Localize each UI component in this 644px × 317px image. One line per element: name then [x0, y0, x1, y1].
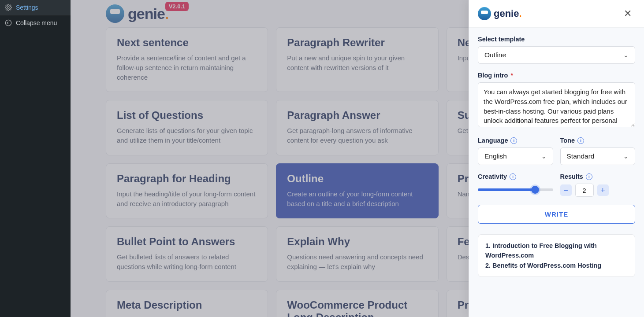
template-card[interactable]: Bullet Point to AnswersGet bulleted list… [106, 226, 268, 282]
blog-intro-textarea[interactable] [478, 82, 635, 127]
drawer-logo-text: genie. [494, 8, 522, 19]
svg-point-1 [5, 20, 11, 26]
template-card[interactable]: Paragraph for HeadingInput the heading/t… [106, 163, 268, 219]
tone-select[interactable]: Standard ⌄ [560, 147, 636, 165]
template-drawer: genie. ✕ Select template Outline ⌄ Blog … [469, 0, 644, 317]
language-select-value: English [484, 152, 507, 160]
robot-head-icon [478, 7, 491, 20]
collapse-icon [4, 19, 12, 27]
card-title: WooCommerce Product Long Description [287, 299, 427, 317]
write-button[interactable]: WRITE [478, 205, 635, 224]
template-card[interactable]: Next sentenceProvide a sentence/line of … [106, 27, 268, 92]
card-title: Next sentence [117, 37, 257, 49]
version-badge: V2.0.1 [165, 2, 189, 11]
drawer-header: genie. ✕ [469, 0, 644, 28]
card-description: Generate lists of questions for your giv… [117, 126, 257, 145]
template-card[interactable]: OutlineCreate an outline of your long-fo… [276, 163, 438, 219]
template-card[interactable]: WooCommerce Product Long DescriptionGene… [276, 290, 438, 317]
logo-text: genie. [128, 5, 168, 22]
tone-label: Tone i [560, 137, 636, 144]
robot-head-icon [106, 4, 124, 23]
tone-select-value: Standard [567, 152, 595, 160]
output-result-card[interactable]: 1. Introduction to Free Blogging with Wo… [478, 234, 635, 277]
main-content: genie. V2.0.1 Next sentenceProvide a sen… [71, 0, 644, 317]
sidebar-item-label: Collapse menu [16, 19, 57, 26]
chevron-down-icon: ⌄ [623, 153, 629, 160]
results-decrement-button[interactable]: − [560, 184, 572, 196]
output-line: 2. Benefits of WordPress.com Hosting [485, 261, 628, 270]
slider-fill [478, 188, 535, 191]
card-description: Provide a sentence/line of content and g… [117, 53, 257, 82]
settings-icon [4, 4, 12, 11]
card-title: Meta Description [117, 299, 257, 311]
chevron-down-icon: ⌄ [623, 52, 629, 59]
card-description: Put a new and unique spin to your given … [287, 53, 427, 73]
template-card[interactable]: Paragraph AnswerGet paragraph-long answe… [276, 100, 438, 155]
blog-intro-label: Blog intro* [478, 72, 635, 79]
app-logo: genie. V2.0.1 [106, 4, 168, 23]
drawer-logo: genie. [478, 7, 522, 20]
creativity-label: Creativity i [478, 173, 553, 180]
template-card[interactable]: Meta DescriptionLeverage SERP rankings w… [106, 290, 268, 317]
template-card[interactable]: List of QuestionsGenerate lists of quest… [106, 100, 268, 155]
drawer-body: Select template Outline ⌄ Blog intro* [469, 28, 644, 317]
card-description: Get paragraph-long answers of informativ… [287, 126, 427, 145]
template-card[interactable]: Paragraph RewriterPut a new and unique s… [276, 27, 438, 92]
template-select[interactable]: Outline ⌄ [478, 46, 635, 64]
card-description: Create an outline of your long-form cont… [287, 189, 427, 209]
sidebar-item-label: Settings [16, 4, 38, 11]
close-drawer-button[interactable]: ✕ [620, 6, 635, 21]
card-title: Paragraph Rewriter [287, 37, 427, 49]
sidebar-item-settings[interactable]: Settings [0, 0, 71, 15]
card-description: Questions need answering and concepts ne… [287, 252, 427, 272]
card-title: Bullet Point to Answers [117, 236, 257, 248]
card-description: Input the heading/title of your long-for… [117, 189, 257, 209]
info-icon[interactable]: i [577, 137, 584, 144]
creativity-slider[interactable] [478, 188, 553, 191]
select-template-label: Select template [478, 36, 635, 43]
language-label: Language i [478, 137, 553, 144]
output-line: 1. Introduction to Free Blogging with Wo… [485, 241, 628, 261]
card-title: List of Questions [117, 109, 257, 122]
template-select-value: Outline [484, 51, 506, 59]
language-select[interactable]: English ⌄ [478, 147, 553, 165]
results-increment-button[interactable]: + [597, 184, 609, 196]
sidebar-item-collapse[interactable]: Collapse menu [0, 15, 71, 30]
info-icon[interactable]: i [586, 173, 592, 180]
card-title: Explain Why [287, 236, 427, 248]
card-title: Paragraph Answer [287, 109, 427, 122]
slider-thumb[interactable] [531, 186, 539, 194]
wp-admin-sidebar: Settings Collapse menu [0, 0, 71, 317]
card-title: Paragraph for Heading [117, 173, 257, 185]
results-value[interactable]: 2 [575, 184, 594, 197]
svg-point-0 [7, 7, 9, 8]
info-icon[interactable]: i [510, 173, 516, 180]
info-icon[interactable]: i [510, 137, 517, 144]
chevron-down-icon: ⌄ [541, 153, 547, 160]
card-title: Outline [287, 173, 427, 185]
template-card[interactable]: Explain WhyQuestions need answering and … [276, 226, 438, 282]
card-description: Get bulleted lists of answers to related… [117, 252, 257, 272]
close-icon: ✕ [624, 8, 632, 19]
output-list: 1. Introduction to Free Blogging with Wo… [485, 241, 628, 270]
results-label: Results i [560, 173, 636, 180]
